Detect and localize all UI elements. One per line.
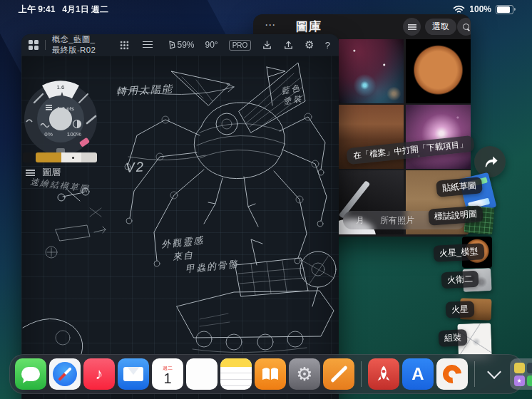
color-swatch-white[interactable] — [61, 152, 81, 162]
concepts-app-icon[interactable] — [323, 358, 354, 390]
export-icon[interactable] — [283, 40, 294, 51]
drawing-app-window: 概念_藍圖_最終版-R02 59% 90° PRO ⚙ — [21, 34, 339, 399]
chevron-down-icon — [487, 365, 501, 379]
dock-collapse-button[interactable] — [484, 358, 504, 390]
color-swatch-gold[interactable] — [36, 152, 61, 162]
pro-badge[interactable]: PRO — [229, 40, 252, 51]
filter-lines-icon — [408, 24, 416, 30]
books-app-icon[interactable] — [255, 358, 286, 390]
mini-app-grid: ★ — [514, 363, 532, 386]
file-label[interactable]: 組裝 — [438, 329, 467, 347]
mail-app-icon[interactable] — [118, 358, 149, 390]
smoothing-value: 0% — [44, 131, 53, 138]
tool-wheel[interactable]: 1.6 1.6 pts 0% 100% — [21, 78, 101, 160]
messages-app-icon[interactable] — [15, 358, 46, 390]
safari-app-icon[interactable] — [49, 358, 81, 390]
toolbar-divider — [45, 40, 46, 50]
app-library-icon[interactable]: ★ — [510, 358, 532, 390]
color-bar[interactable] — [23, 152, 97, 162]
status-date: 4月1日 週二 — [62, 4, 108, 16]
flower-icon — [191, 363, 213, 385]
dock: ♪ 週二 1 ⚙ A ★ — [9, 354, 523, 394]
opacity-value: 100% — [67, 131, 81, 138]
c-ring-icon — [439, 361, 466, 388]
tab-all-photos[interactable]: 所有照片 — [380, 214, 414, 227]
import-icon[interactable] — [262, 40, 272, 51]
share-arrow-icon — [481, 154, 498, 170]
pen-icon — [330, 366, 348, 383]
calendar-app-icon[interactable]: 週二 1 — [152, 358, 183, 390]
app-store-icon[interactable]: A — [402, 358, 434, 390]
share-button[interactable] — [474, 146, 506, 177]
photos-app-icon[interactable] — [186, 358, 218, 390]
wheel-center-knob[interactable] — [49, 108, 72, 130]
envelope-icon — [123, 367, 143, 381]
annotation-version: V2 — [125, 159, 145, 176]
annotation-inspiration: 外觀靈感 來自 甲蟲的骨骼 — [160, 230, 239, 279]
file-label[interactable]: 火星_模型 — [433, 243, 484, 262]
annotation-paint: 藍色 塗裝 — [281, 83, 305, 107]
select-button[interactable]: 選取 — [425, 19, 456, 35]
filter-button[interactable] — [403, 18, 421, 36]
search-icon — [463, 24, 470, 31]
layers-button[interactable]: 圖層 — [26, 166, 61, 179]
precision-grid-icon[interactable] — [120, 41, 129, 50]
color-chip-dark[interactable] — [23, 152, 34, 162]
photo-thumbnail-nebula[interactable] — [339, 39, 404, 103]
speech-bubble-icon — [21, 367, 40, 381]
tab-months[interactable]: 月 — [356, 214, 364, 227]
status-bar: 上午 9:41 4月1日 週二 100% — [0, 0, 532, 17]
compass-icon — [53, 362, 77, 386]
photo-thumbnail-mars-planet[interactable] — [406, 39, 471, 103]
zoom-level[interactable]: 59% — [177, 40, 194, 50]
search-button[interactable] — [457, 18, 471, 36]
photos-title: 圖庫 — [296, 19, 322, 35]
rotation-value[interactable]: 90° — [205, 40, 218, 50]
shape-tool-icon[interactable] — [166, 40, 177, 51]
calendar-day: 1 — [163, 372, 171, 385]
tip-size-value: 1.6 — [56, 84, 65, 90]
music-app-icon[interactable]: ♪ — [83, 358, 115, 390]
document-title[interactable]: 概念_藍圖_最終版-R02 — [52, 34, 102, 56]
app-toolbar: 概念_藍圖_最終版-R02 59% 90° PRO ⚙ — [21, 34, 339, 56]
gallery-grid-icon[interactable] — [29, 40, 39, 50]
window-controls-ellipsis-icon[interactable]: ⋯ — [265, 19, 276, 31]
layers-label: 圖層 — [42, 166, 61, 179]
c-app-icon[interactable] — [436, 358, 468, 390]
open-book-icon — [260, 366, 280, 383]
battery-icon — [496, 5, 513, 14]
ipad-screen: 上午 9:41 4月1日 週二 100% ⋯ 圖庫 選取 — [0, 0, 532, 399]
settings-gear-icon[interactable]: ⚙ — [305, 40, 314, 51]
color-swatch-gray[interactable] — [81, 152, 97, 162]
wifi-icon — [453, 5, 465, 14]
rocket-app-icon[interactable] — [368, 358, 399, 390]
rocket-icon — [374, 364, 393, 384]
settings-app-icon[interactable]: ⚙ — [289, 358, 320, 390]
appstore-a-icon: A — [411, 364, 424, 384]
dock-divider — [361, 361, 362, 387]
music-note-icon: ♪ — [96, 365, 103, 383]
layers-icon — [26, 170, 35, 176]
dock-divider — [474, 361, 475, 387]
layers-menu-icon[interactable] — [143, 41, 153, 48]
gear-icon: ⚙ — [296, 363, 312, 385]
help-button[interactable]: ? — [325, 40, 330, 51]
notes-app-icon[interactable] — [220, 358, 252, 390]
file-label[interactable]: 火衛二 — [441, 271, 479, 289]
file-label[interactable]: 火星 — [446, 301, 475, 318]
status-time: 上午 9:41 — [19, 4, 55, 16]
battery-percent: 100% — [469, 4, 491, 14]
drawing-canvas[interactable]: 轉用太陽能 藍色 塗裝 V2 外觀靈感 來自 甲蟲的骨骼 速繪結構草圖 1.6 — [21, 56, 339, 399]
